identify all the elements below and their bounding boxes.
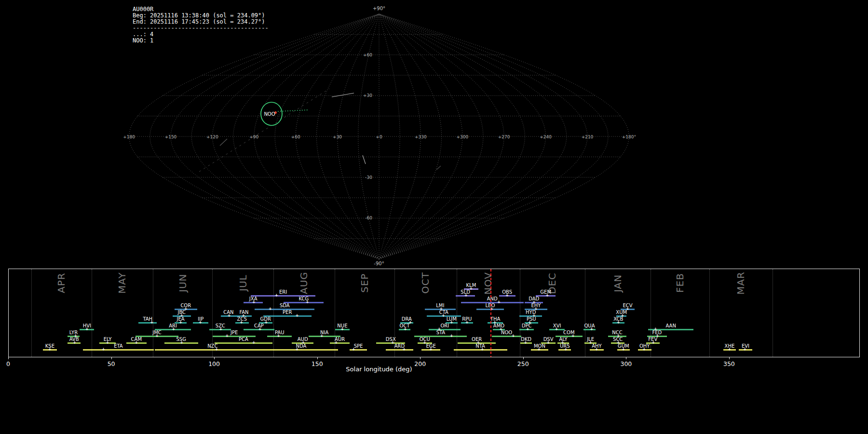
longitude-label: +0 [376,135,382,139]
observation-end: End: 20251116 17:45:23 (sol = 234.27°) [133,19,269,25]
shower-peak-marker: + [450,320,454,325]
longitude-label: +270 [498,135,510,139]
shower-peak-marker: + [622,347,625,352]
info-panel: AU000R Beg: 20251116 13:38:40 (sol = 234… [133,6,269,43]
shower-peak-marker: + [512,334,515,338]
shower-peak-marker: + [320,334,324,338]
shower-code-label: PER [283,310,292,315]
longitude-label: +210 [582,135,594,139]
month-boundary-line [520,269,520,357]
shower-peak-marker: + [48,347,52,352]
month-boundary-line [273,269,274,357]
shower-peak-marker: + [564,347,568,352]
month-label: AUG [298,271,310,296]
month-label: JUL [237,271,249,296]
shower-peak-marker: + [651,340,655,345]
shower-peak-marker: + [180,340,184,345]
axis-tick-label: 250 [517,360,529,367]
pole-label-north: +90° [373,6,385,11]
month-label: APR [55,271,68,296]
shower-peak-marker: + [352,347,356,352]
shower-peak-marker: + [743,347,747,352]
axis-tick-label: 150 [312,360,323,367]
shower-peak-marker: + [73,340,77,345]
shower-code-label: NOO [501,330,512,335]
shower-peak-marker: + [277,334,281,338]
shower-peak-marker: + [481,347,485,352]
axis-tick-label: 0 [6,360,10,367]
month-boundary-line [773,269,773,357]
month-boundary-line [709,269,710,357]
shower-peak-marker: + [537,347,541,352]
shower-peak-marker: + [179,320,183,325]
station-id: AU000R [133,6,269,13]
shower-code-label: ETA [114,344,123,349]
activity-chart-plot-area: APRMAYJUNJULAUGSEPOCTNOVDECJANFEBMARKLM+… [8,269,860,357]
shower-peak-marker: + [264,320,268,325]
longitude-label: +240 [540,135,552,139]
month-boundary-line [153,269,153,357]
shower-peak-marker: + [340,327,344,331]
shower-peak-marker: + [450,334,454,338]
sporadic-count: ...: 4 [133,31,269,38]
month-label: NOV [482,271,494,296]
meteor-trail [220,139,227,146]
shower-peak-marker: + [215,347,219,352]
month-label: MAY [116,271,128,296]
shower-code-label: STA [436,330,446,335]
shower-peak-marker: + [225,334,229,338]
shower-peak-marker: + [219,327,223,331]
shower-peak-marker: + [403,327,407,331]
axis-tick [420,357,420,359]
shower-code-label: JPE [231,330,238,335]
shower-peak-marker: + [198,320,202,325]
shower-peak-marker: + [505,293,509,298]
axis-tick-label: 350 [723,360,735,367]
radiant-plot: +90°-90°+60+30-30-60+180+150+120+90+60+3… [0,0,868,434]
axis-tick [8,357,9,359]
longitude-label: +60 [291,135,300,139]
skymap-grid-meridian [150,14,379,259]
shower-activity-bar [386,349,414,351]
month-boundary-line [92,269,92,357]
shower-activity-bar [215,342,272,344]
shower-activity-bar [138,322,157,324]
axis-tick [523,357,524,359]
longitude-label: +180 [123,135,135,139]
shower-activity-bar [213,336,256,337]
shower-peak-marker: + [269,307,272,311]
shower-peak-marker: + [465,320,469,325]
month-label: MAR [734,271,747,296]
latitude-label: +60 [363,53,372,57]
shower-peak-marker: + [590,327,594,331]
shower-peak-marker: + [617,320,621,325]
reference-line [199,89,329,172]
shower-peak-marker: + [172,327,176,331]
latitude-label: -30 [365,175,372,180]
shower-peak-marker: + [497,300,501,304]
radiant-code-label: NOO [264,111,275,117]
shower-peak-marker: + [728,347,732,352]
shower-peak-marker: + [545,293,549,298]
shower-activity-bar [83,349,154,351]
shower-peak-marker: + [464,293,468,298]
shower-peak-marker: + [275,293,279,298]
shower-peak-marker: + [555,327,558,331]
axis-tick [317,357,318,359]
latitude-label: +30 [363,93,372,98]
shower-peak-marker: + [334,340,338,345]
shower-peak-marker: + [295,313,299,318]
shower-peak-marker: + [85,327,89,331]
axis-tick [111,357,112,359]
shower-peak-marker: + [240,320,244,325]
longitude-label: +30 [333,135,342,139]
month-boundary-line [651,269,651,357]
shower-peak-marker: + [106,340,109,345]
sky-map: +90°-90°+60+30-30-60+180+150+120+90+60+3… [0,0,868,268]
longitude-label: +90 [249,135,258,139]
longitude-label: +120 [206,135,218,139]
axis-tick-label: 50 [108,360,115,367]
shower-peak-marker: + [252,300,256,304]
longitude-label: +150 [165,135,177,139]
separator-line: --------------------------------------- [133,25,269,31]
